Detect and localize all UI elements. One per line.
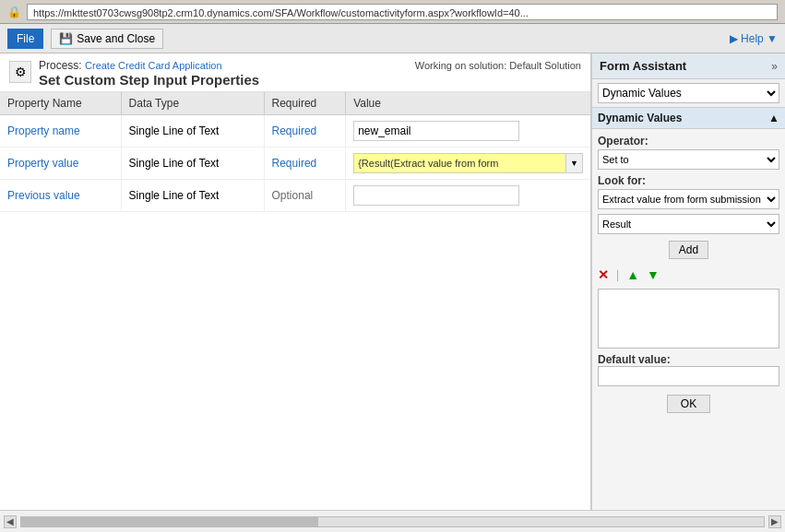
fa-result-group: Result	[598, 214, 779, 234]
gear-icon: ⚙	[9, 61, 31, 83]
page-title: Set Custom Step Input Properties	[39, 72, 259, 88]
data-type-cell: Single Line of Text	[129, 157, 220, 170]
value-highlight-row: {Result(Extract value from form ▼	[353, 153, 583, 173]
fa-dropdown-row: Dynamic Values	[592, 79, 785, 108]
fa-ok-button[interactable]: OK	[667, 395, 710, 413]
fa-operator-label: Operator:	[598, 135, 779, 148]
table-header-row: Property Name Data Type Required Value	[0, 92, 590, 115]
main-content: ⚙ Process: Create Credit Card Applicatio…	[0, 53, 785, 510]
fa-toolbar: ✕ | ▲ ▼	[598, 266, 779, 284]
app-toolbar: File 💾 Save and Close ▶ Help ▼	[0, 24, 785, 53]
table-row: Previous value Single Line of Text Optio…	[0, 180, 590, 212]
property-name-cell: Previous value	[7, 189, 80, 202]
left-panel: ⚙ Process: Create Credit Card Applicatio…	[0, 53, 591, 510]
process-text: Process: Create Credit Card Application …	[39, 59, 259, 88]
property-name-cell: Property name	[7, 124, 80, 137]
fa-items-textarea[interactable]	[598, 289, 779, 349]
highlight-text: {Result(Extract value from form	[358, 158, 498, 169]
fa-default-label: Default value:	[598, 353, 779, 366]
scroll-right-arrow[interactable]: ▶	[768, 515, 781, 528]
fa-body: Operator: Set to Look for: Extract value…	[592, 129, 785, 510]
fa-add-button[interactable]: Add	[669, 241, 708, 259]
value-input-2[interactable]	[353, 185, 519, 206]
required-cell: Optional	[272, 189, 314, 202]
col-property-name: Property Name	[0, 92, 121, 115]
form-assistant-header: Form Assistant »	[592, 53, 785, 79]
fa-operator-group: Operator: Set to	[598, 135, 779, 170]
col-data-type: Data Type	[121, 92, 264, 115]
save-close-button[interactable]: 💾 Save and Close	[51, 29, 163, 49]
fa-default-input[interactable]	[598, 366, 779, 386]
table-row: Property name Single Line of Text Requir…	[0, 115, 590, 148]
table-row: Property value Single Line of Text Requi…	[0, 148, 590, 180]
fa-operator-select[interactable]: Set to	[598, 149, 779, 170]
scroll-track[interactable]	[20, 516, 765, 527]
process-breadcrumb: Process: Create Credit Card Application	[39, 59, 259, 72]
fa-delete-button[interactable]: ✕	[598, 267, 609, 282]
data-type-cell: Single Line of Text	[129, 124, 220, 137]
fa-result-select[interactable]: Result	[598, 214, 779, 234]
property-table: Property Name Data Type Required Value P…	[0, 92, 590, 510]
help-button[interactable]: ▶ Help ▼	[730, 32, 778, 45]
process-left: ⚙ Process: Create Credit Card Applicatio…	[9, 59, 259, 88]
value-input-0[interactable]	[353, 121, 519, 141]
process-link[interactable]: Create Credit Card Application	[85, 60, 222, 71]
form-assistant-panel: Form Assistant » Dynamic Values Dynamic …	[591, 53, 785, 510]
url-bar[interactable]: https://mkttest0703cwsg908tp2.crm10.dyna…	[27, 4, 778, 20]
data-type-cell: Single Line of Text	[129, 189, 220, 202]
browser-bar: 🔒 https://mkttest0703cwsg908tp2.crm10.dy…	[0, 0, 785, 24]
col-required: Required	[264, 92, 346, 115]
scroll-thumb	[21, 517, 318, 526]
process-header: ⚙ Process: Create Credit Card Applicatio…	[0, 53, 590, 92]
save-icon: 💾	[59, 32, 73, 45]
fa-up-button[interactable]: ▲	[626, 267, 639, 282]
fa-section-header: Dynamic Values ▲	[592, 108, 785, 129]
fa-divider: |	[616, 268, 619, 281]
fa-down-button[interactable]: ▼	[647, 267, 660, 282]
fa-collapse-icon[interactable]: ▲	[768, 112, 779, 124]
solution-text: Working on solution: Default Solution	[415, 59, 581, 72]
solution-label: Working on solution: Default Solution	[415, 60, 581, 71]
file-button[interactable]: File	[7, 29, 43, 49]
scroll-left-arrow[interactable]: ◀	[4, 515, 17, 528]
property-name-cell: Property value	[7, 157, 78, 170]
col-value: Value	[346, 92, 590, 115]
fa-main-select[interactable]: Dynamic Values	[598, 83, 779, 103]
value-highlight-field[interactable]: {Result(Extract value from form	[353, 153, 566, 173]
fa-lookfor-label: Look for:	[598, 174, 779, 187]
value-dropdown-button[interactable]: ▼	[566, 153, 583, 173]
lock-icon: 🔒	[7, 6, 21, 18]
fa-default-value-group: Default value:	[598, 353, 779, 386]
form-assistant-title: Form Assistant	[600, 59, 686, 73]
required-cell: Required	[272, 124, 317, 137]
fa-lookfor-group: Look for: Extract value from form submis…	[598, 174, 779, 209]
bottom-scrollbar: ◀ ▶	[0, 510, 785, 532]
required-cell: Required	[272, 157, 317, 170]
fa-section-label: Dynamic Values	[598, 112, 682, 124]
save-close-label: Save and Close	[77, 32, 155, 45]
fa-lookfor-select[interactable]: Extract value from form submission	[598, 189, 779, 209]
form-assistant-expand-icon[interactable]: »	[771, 60, 778, 73]
process-label: Process:	[39, 59, 82, 72]
